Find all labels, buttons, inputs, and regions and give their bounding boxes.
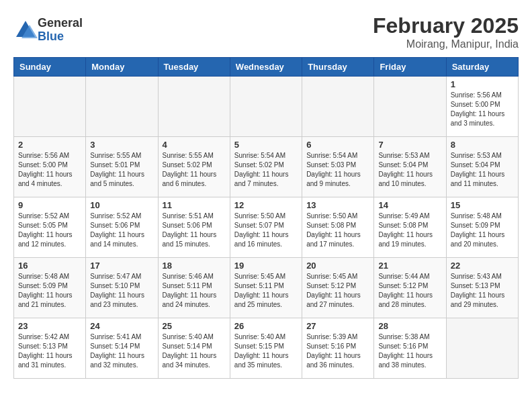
calendar-day-cell: 12Sunrise: 5:50 AMSunset: 5:07 PMDayligh… — [230, 197, 302, 258]
calendar-week-row: 2Sunrise: 5:56 AMSunset: 5:00 PMDaylight… — [14, 137, 519, 197]
calendar-day-cell — [86, 77, 158, 137]
calendar-day-cell — [158, 77, 230, 137]
weekday-header-cell: Monday — [86, 58, 158, 77]
calendar-day-cell: 10Sunrise: 5:52 AMSunset: 5:06 PMDayligh… — [86, 197, 158, 258]
day-number: 28 — [378, 321, 441, 331]
weekday-header-cell: Saturday — [446, 58, 518, 77]
calendar-day-cell: 13Sunrise: 5:50 AMSunset: 5:08 PMDayligh… — [302, 197, 374, 258]
day-info: Sunrise: 5:54 AMSunset: 5:02 PMDaylight:… — [234, 151, 298, 189]
calendar-day-cell: 26Sunrise: 5:40 AMSunset: 5:15 PMDayligh… — [230, 318, 302, 379]
calendar-day-cell: 15Sunrise: 5:48 AMSunset: 5:09 PMDayligh… — [446, 197, 518, 258]
calendar-day-cell: 2Sunrise: 5:56 AMSunset: 5:00 PMDaylight… — [14, 137, 86, 197]
calendar-day-cell — [14, 77, 86, 137]
calendar-day-cell: 24Sunrise: 5:41 AMSunset: 5:14 PMDayligh… — [86, 318, 158, 379]
calendar-subtitle: Moirang, Manipur, India — [373, 38, 519, 50]
day-number: 21 — [378, 261, 441, 271]
weekday-header-cell: Tuesday — [158, 58, 230, 77]
day-info: Sunrise: 5:56 AMSunset: 5:00 PMDaylight:… — [18, 151, 81, 189]
calendar-day-cell — [230, 77, 302, 137]
day-number: 25 — [163, 321, 226, 331]
day-number: 4 — [163, 140, 226, 150]
calendar-day-cell: 8Sunrise: 5:53 AMSunset: 5:04 PMDaylight… — [446, 137, 518, 197]
day-info: Sunrise: 5:43 AMSunset: 5:13 PMDaylight:… — [451, 272, 514, 310]
calendar-title: February 2025 — [373, 13, 519, 38]
day-info: Sunrise: 5:50 AMSunset: 5:08 PMDaylight:… — [306, 212, 369, 249]
calendar-day-cell: 23Sunrise: 5:42 AMSunset: 5:13 PMDayligh… — [14, 318, 86, 379]
logo-general-text: General — [38, 17, 83, 30]
calendar-day-cell: 7Sunrise: 5:53 AMSunset: 5:04 PMDaylight… — [374, 137, 446, 197]
day-info: Sunrise: 5:53 AMSunset: 5:04 PMDaylight:… — [451, 151, 514, 189]
day-number: 1 — [451, 79, 514, 89]
day-number: 24 — [90, 321, 153, 331]
calendar-day-cell: 25Sunrise: 5:40 AMSunset: 5:14 PMDayligh… — [158, 318, 230, 379]
day-info: Sunrise: 5:41 AMSunset: 5:14 PMDaylight:… — [90, 332, 153, 370]
calendar-day-cell: 3Sunrise: 5:55 AMSunset: 5:01 PMDaylight… — [86, 137, 158, 197]
day-number: 7 — [378, 140, 441, 150]
day-info: Sunrise: 5:50 AMSunset: 5:07 PMDaylight:… — [234, 212, 298, 249]
title-area: February 2025 Moirang, Manipur, India — [373, 13, 519, 50]
logo: General Blue — [13, 17, 83, 44]
day-number: 22 — [451, 261, 514, 271]
day-info: Sunrise: 5:40 AMSunset: 5:14 PMDaylight:… — [163, 332, 226, 370]
day-info: Sunrise: 5:39 AMSunset: 5:16 PMDaylight:… — [306, 332, 369, 370]
calendar-day-cell: 14Sunrise: 5:49 AMSunset: 5:08 PMDayligh… — [374, 197, 446, 258]
day-number: 9 — [18, 200, 81, 210]
day-info: Sunrise: 5:55 AMSunset: 5:01 PMDaylight:… — [90, 151, 153, 189]
day-info: Sunrise: 5:45 AMSunset: 5:12 PMDaylight:… — [306, 272, 369, 310]
calendar-day-cell: 21Sunrise: 5:44 AMSunset: 5:12 PMDayligh… — [374, 258, 446, 318]
day-info: Sunrise: 5:45 AMSunset: 5:11 PMDaylight:… — [234, 272, 298, 310]
weekday-header-cell: Wednesday — [230, 58, 302, 77]
header: General Blue February 2025 Moirang, Mani… — [13, 13, 519, 50]
calendar-day-cell: 27Sunrise: 5:39 AMSunset: 5:16 PMDayligh… — [302, 318, 374, 379]
day-info: Sunrise: 5:54 AMSunset: 5:03 PMDaylight:… — [306, 151, 369, 189]
day-number: 12 — [234, 200, 298, 210]
calendar-week-row: 16Sunrise: 5:48 AMSunset: 5:09 PMDayligh… — [14, 258, 519, 318]
day-number: 18 — [163, 261, 226, 271]
day-info: Sunrise: 5:53 AMSunset: 5:04 PMDaylight:… — [378, 151, 441, 189]
day-number: 2 — [18, 140, 81, 150]
day-info: Sunrise: 5:44 AMSunset: 5:12 PMDaylight:… — [378, 272, 441, 310]
day-info: Sunrise: 5:51 AMSunset: 5:06 PMDaylight:… — [163, 212, 226, 249]
day-number: 14 — [378, 200, 441, 210]
day-info: Sunrise: 5:52 AMSunset: 5:05 PMDaylight:… — [18, 212, 81, 249]
weekday-header-cell: Friday — [374, 58, 446, 77]
day-number: 6 — [306, 140, 369, 150]
logo-icon — [13, 18, 38, 42]
calendar-day-cell: 17Sunrise: 5:47 AMSunset: 5:10 PMDayligh… — [86, 258, 158, 318]
calendar-week-row: 9Sunrise: 5:52 AMSunset: 5:05 PMDaylight… — [14, 197, 519, 258]
day-info: Sunrise: 5:48 AMSunset: 5:09 PMDaylight:… — [451, 212, 514, 249]
weekday-header-cell: Thursday — [302, 58, 374, 77]
calendar-day-cell — [446, 318, 518, 379]
calendar-day-cell: 18Sunrise: 5:46 AMSunset: 5:11 PMDayligh… — [158, 258, 230, 318]
day-number: 8 — [451, 140, 514, 150]
day-info: Sunrise: 5:56 AMSunset: 5:00 PMDaylight:… — [451, 91, 514, 128]
calendar-day-cell — [302, 77, 374, 137]
calendar-day-cell: 20Sunrise: 5:45 AMSunset: 5:12 PMDayligh… — [302, 258, 374, 318]
calendar-day-cell: 9Sunrise: 5:52 AMSunset: 5:05 PMDaylight… — [14, 197, 86, 258]
day-info: Sunrise: 5:52 AMSunset: 5:06 PMDaylight:… — [90, 212, 153, 249]
day-number: 10 — [90, 200, 153, 210]
calendar-day-cell: 22Sunrise: 5:43 AMSunset: 5:13 PMDayligh… — [446, 258, 518, 318]
day-number: 19 — [234, 261, 298, 271]
day-number: 23 — [18, 321, 81, 331]
calendar-day-cell: 28Sunrise: 5:38 AMSunset: 5:16 PMDayligh… — [374, 318, 446, 379]
day-info: Sunrise: 5:55 AMSunset: 5:02 PMDaylight:… — [163, 151, 226, 189]
weekday-header-row: SundayMondayTuesdayWednesdayThursdayFrid… — [14, 58, 519, 77]
day-info: Sunrise: 5:49 AMSunset: 5:08 PMDaylight:… — [378, 212, 441, 249]
calendar-week-row: 1Sunrise: 5:56 AMSunset: 5:00 PMDaylight… — [14, 77, 519, 137]
calendar-day-cell: 11Sunrise: 5:51 AMSunset: 5:06 PMDayligh… — [158, 197, 230, 258]
calendar-table: SundayMondayTuesdayWednesdayThursdayFrid… — [13, 57, 519, 379]
day-info: Sunrise: 5:42 AMSunset: 5:13 PMDaylight:… — [18, 332, 81, 370]
calendar-day-cell: 6Sunrise: 5:54 AMSunset: 5:03 PMDaylight… — [302, 137, 374, 197]
day-number: 5 — [234, 140, 298, 150]
day-number: 3 — [90, 140, 153, 150]
day-number: 17 — [90, 261, 153, 271]
calendar-day-cell: 19Sunrise: 5:45 AMSunset: 5:11 PMDayligh… — [230, 258, 302, 318]
day-number: 16 — [18, 261, 81, 271]
calendar-day-cell — [374, 77, 446, 137]
day-number: 20 — [306, 261, 369, 271]
calendar-body: 1Sunrise: 5:56 AMSunset: 5:00 PMDaylight… — [14, 77, 519, 379]
day-number: 15 — [451, 200, 514, 210]
weekday-header-cell: Sunday — [14, 58, 86, 77]
day-info: Sunrise: 5:38 AMSunset: 5:16 PMDaylight:… — [378, 332, 441, 370]
